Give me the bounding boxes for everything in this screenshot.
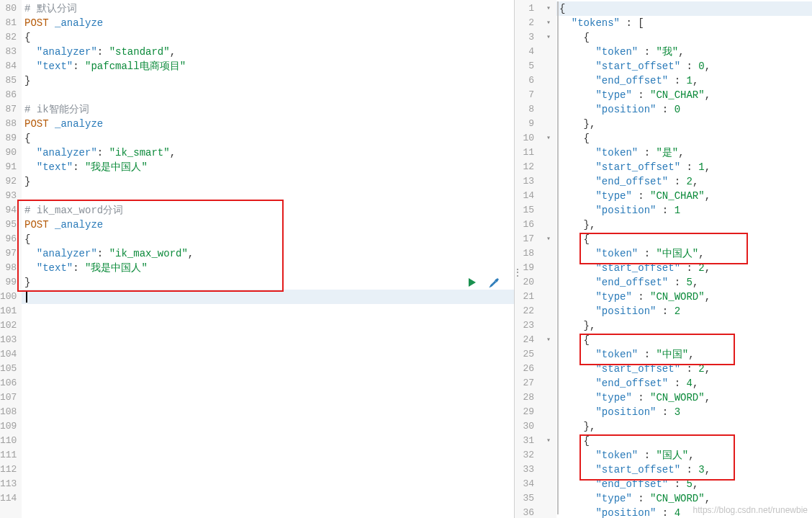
code-line[interactable]: "analyzer": "ik_max_word", xyxy=(24,246,514,261)
code-line[interactable]: # ik智能分词 xyxy=(24,102,514,117)
code-line[interactable]: { xyxy=(559,333,812,347)
code-line[interactable]: "type" : "CN_WORD", xyxy=(559,290,812,304)
code-line[interactable] xyxy=(24,434,514,448)
code-token: "中国" xyxy=(656,349,688,360)
code-line[interactable]: "analyzer": "ik_smart", xyxy=(24,146,514,160)
code-line[interactable]: { xyxy=(559,232,812,246)
code-line[interactable]: "token" : "我", xyxy=(559,45,812,59)
code-line[interactable] xyxy=(24,318,514,333)
code-line[interactable]: "start_offset" : 0, xyxy=(559,59,812,73)
code-line[interactable]: "end_offset" : 5, xyxy=(559,477,812,491)
code-line[interactable] xyxy=(24,347,514,362)
right-code-area[interactable]: { "tokens" : [ { "token" : "我", "start_o… xyxy=(556,0,812,518)
code-token: : xyxy=(73,61,85,72)
fold-toggle-icon[interactable]: ▾ xyxy=(544,333,553,347)
code-line[interactable] xyxy=(24,477,514,491)
code-line[interactable]: POST _analyze xyxy=(24,16,514,30)
line-number: 91 xyxy=(0,160,21,174)
code-line[interactable]: POST _analyze xyxy=(24,218,514,232)
code-line[interactable]: "position" : 2 xyxy=(559,304,812,318)
code-line[interactable] xyxy=(24,463,514,477)
code-line[interactable]: { xyxy=(24,30,514,45)
code-line[interactable]: "type" : "CN_CHAR", xyxy=(559,88,812,102)
code-line[interactable]: }, xyxy=(559,218,812,232)
code-token: 3 xyxy=(675,406,680,418)
code-line[interactable]: }, xyxy=(559,419,812,434)
code-line[interactable]: # ik_max_word分词 xyxy=(24,203,514,218)
code-line[interactable]: "tokens" : [ xyxy=(559,16,812,30)
code-line[interactable] xyxy=(24,290,514,304)
line-number: 9 xyxy=(515,117,556,131)
fold-toggle-icon[interactable]: ▾ xyxy=(544,1,553,16)
code-line[interactable] xyxy=(24,448,514,463)
fold-toggle-icon[interactable]: ▾ xyxy=(544,16,553,30)
code-line[interactable]: "position" : 3 xyxy=(559,405,812,419)
code-line[interactable]: "start_offset" : 1, xyxy=(559,160,812,174)
code-line[interactable]: "end_offset" : 1, xyxy=(559,73,812,88)
code-line[interactable]: "type" : "CN_WORD", xyxy=(559,491,812,506)
code-line[interactable]: # 默认分词 xyxy=(24,1,514,16)
code-line[interactable]: "end_offset" : 2, xyxy=(559,174,812,189)
left-code-area[interactable]: # 默认分词POST _analyze{ "analyzer": "standa… xyxy=(22,0,514,518)
code-line[interactable]: "analyzer": "standard", xyxy=(24,45,514,59)
code-line[interactable] xyxy=(24,419,514,434)
code-line[interactable]: "text": "我是中国人" xyxy=(24,160,514,174)
code-line[interactable]: }, xyxy=(559,117,812,131)
code-line[interactable]: }, xyxy=(559,318,812,333)
request-editor-panel[interactable]: 8081828384858687888990919293949596979899… xyxy=(0,0,515,518)
code-line[interactable]: "position" : 0 xyxy=(559,102,812,117)
fold-toggle-icon[interactable]: ▾ xyxy=(544,131,553,146)
code-line[interactable]: "end_offset" : 4, xyxy=(559,376,812,390)
code-token: "CN_CHAR" xyxy=(650,190,705,202)
code-line[interactable]: "start_offset" : 2, xyxy=(559,261,812,275)
code-token: POST xyxy=(24,219,49,231)
code-line[interactable]: "token" : "国人", xyxy=(559,448,812,463)
code-line[interactable] xyxy=(24,405,514,419)
line-number: 1▾ xyxy=(515,1,556,16)
code-token: : xyxy=(668,176,686,187)
run-request-icon[interactable] xyxy=(465,275,479,290)
code-line[interactable]: "position" : 1 xyxy=(559,203,812,218)
code-line[interactable]: "start_offset" : 3, xyxy=(559,463,812,477)
code-line[interactable]: "text": "我是中国人" xyxy=(24,261,514,275)
code-line[interactable] xyxy=(24,304,514,318)
code-line[interactable] xyxy=(24,88,514,102)
line-number: 97 xyxy=(0,246,21,261)
code-line[interactable] xyxy=(24,189,514,203)
code-token: , xyxy=(693,277,698,288)
line-number: 82 xyxy=(0,30,21,45)
code-line[interactable]: "text": "pafcmall电商项目" xyxy=(24,59,514,73)
code-line[interactable]: { xyxy=(24,131,514,146)
code-line[interactable]: "token" : "中国人", xyxy=(559,246,812,261)
code-line[interactable] xyxy=(24,376,514,390)
code-token: POST xyxy=(24,118,49,130)
code-line[interactable]: } xyxy=(24,275,514,290)
code-line[interactable]: { xyxy=(559,434,812,448)
code-line[interactable]: } xyxy=(24,174,514,189)
code-line[interactable]: "token" : "是", xyxy=(559,146,812,160)
line-number: 6 xyxy=(515,73,556,88)
code-line[interactable]: "type" : "CN_CHAR", xyxy=(559,189,812,203)
code-line[interactable]: "start_offset" : 2, xyxy=(559,362,812,376)
wrench-icon[interactable] xyxy=(487,275,501,290)
fold-toggle-icon[interactable]: ▾ xyxy=(544,232,553,246)
code-line[interactable]: "type" : "CN_WORD", xyxy=(559,390,812,405)
code-line[interactable] xyxy=(24,362,514,376)
code-line[interactable] xyxy=(24,390,514,405)
code-line[interactable]: { xyxy=(24,232,514,246)
code-line[interactable]: "end_offset" : 5, xyxy=(559,275,812,290)
code-line[interactable]: { xyxy=(559,131,812,146)
code-line[interactable]: POST _analyze xyxy=(24,117,514,131)
fold-toggle-icon[interactable]: ▾ xyxy=(544,434,553,448)
fold-toggle-icon[interactable]: ▾ xyxy=(544,30,553,45)
code-line[interactable]: { xyxy=(559,1,812,16)
response-viewer-panel[interactable]: 1▾2▾3▾45678910▾11121314151617▾1819202122… xyxy=(515,0,812,518)
panel-resize-handle[interactable]: ⋮ xyxy=(513,267,521,279)
code-line[interactable]: "token" : "中国", xyxy=(559,347,812,362)
code-token xyxy=(559,190,595,202)
line-number: 88 xyxy=(0,117,21,131)
code-line[interactable]: { xyxy=(559,30,812,45)
code-line[interactable] xyxy=(24,491,514,506)
code-line[interactable] xyxy=(24,333,514,347)
code-line[interactable]: } xyxy=(24,73,514,88)
